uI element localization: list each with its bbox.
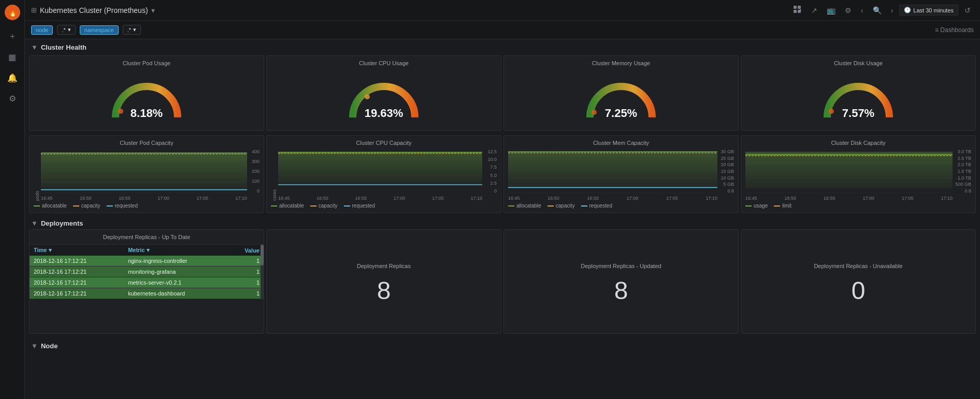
dashboard-title: ⊞ Kubernetes Cluster (Prometheus) ▾ (31, 6, 155, 14)
cell-metric: kubernetes-dashboard (124, 288, 228, 299)
add-panel-button[interactable]: + (790, 4, 805, 17)
filter-bar: node .* ▾ namespace .* ▾ ≡ Dashboards (25, 21, 980, 39)
settings-button[interactable]: ⚙ (842, 4, 855, 17)
cell-metric: nginx-ingress-controller (124, 256, 228, 267)
topbar-actions: + ↗ 📺 ⚙ ‹ 🔍 › 🕐 Last 30 minutes ↺ (790, 4, 974, 17)
mem-capacity-title: Cluster Mem Capacity (508, 140, 734, 146)
deployment-replicas-unavailable-panel: Deployment Replicas - Unavailable 0 (741, 229, 976, 334)
app-logo[interactable]: 🔥 (4, 4, 21, 21)
sidebar-item-settings[interactable]: ⚙ (3, 89, 22, 108)
svg-text:🔥: 🔥 (8, 8, 17, 17)
deployment-replicas-panel: Deployment Replicas 8 (266, 229, 501, 334)
cpu-capacity-legend: allocatable capacity requested (271, 203, 497, 209)
forward-button[interactable]: › (888, 4, 897, 17)
cell-time: 2018-12-16 17:12:21 (30, 288, 124, 299)
cell-time: 2018-12-16 17:12:21 (30, 267, 124, 277)
svg-point-10 (829, 109, 834, 114)
node-filter-tag[interactable]: node (31, 25, 53, 35)
sidebar-item-dashboards[interactable]: ▦ (3, 48, 22, 66)
mem-capacity-panel: Cluster Mem Capacity (503, 135, 739, 213)
table-scrollbar[interactable] (261, 245, 264, 299)
cluster-health-section[interactable]: ▼ Cluster Health (25, 39, 980, 53)
memory-usage-gauge: 7.25% (508, 69, 734, 126)
pod-capacity-y-label: pods (34, 149, 40, 201)
disk-capacity-title: Cluster Disk Capacity (745, 140, 971, 146)
capacity-chart-grid: Cluster Pod Capacity pods (25, 133, 980, 215)
node-filter-value[interactable]: .* ▾ (57, 25, 75, 35)
col-metric[interactable]: Metric ▾ (124, 245, 228, 256)
table-row: 2018-12-16 17:12:21 monitoring-grafana 1 (30, 267, 264, 277)
deployments-section[interactable]: ▼ Deployments (25, 215, 980, 229)
table-row: 2018-12-16 17:12:21 metrics-server-v0.2.… (30, 277, 264, 288)
deployment-replicas-title: Deployment Replicas (353, 259, 415, 273)
pod-usage-title: Cluster Pod Usage (34, 60, 260, 66)
sidebar: 🔥 ＋ ▦ 🔔 ⚙ (0, 0, 25, 399)
node-chevron: ▼ (31, 342, 38, 350)
disk-usage-value: 7.57% (842, 107, 874, 120)
back-button[interactable]: ‹ (858, 4, 867, 17)
sidebar-item-alerts[interactable]: 🔔 (3, 68, 22, 87)
namespace-filter-value[interactable]: .* ▾ (123, 25, 141, 35)
scrollbar-thumb (261, 245, 264, 265)
cpu-capacity-panel: Cluster CPU Capacity cores (266, 135, 501, 213)
title-text: Kubernetes Cluster (Prometheus) (40, 6, 148, 14)
node-value-text: .* (62, 27, 65, 33)
time-range-picker[interactable]: 🕐 Last 30 minutes (899, 5, 958, 16)
cell-time: 2018-12-16 17:12:21 (30, 256, 124, 267)
pod-capacity-y-axis: 4003002001000 (248, 149, 260, 201)
col-time[interactable]: Time ▾ (30, 245, 124, 256)
replicas-up-to-date-title: Deployment Replicas - Up To Date (30, 230, 264, 245)
cpu-capacity-y-axis: 12.510.07.55.02.50 (483, 149, 497, 201)
grid-icon: ⊞ (31, 6, 37, 14)
dashboards-button[interactable]: ≡ Dashboards (935, 26, 974, 34)
col-value[interactable]: Value (228, 245, 264, 256)
search-time-button[interactable]: 🔍 (870, 4, 885, 17)
disk-capacity-legend: usage limit (745, 203, 971, 209)
cell-value: 1 (228, 288, 264, 299)
deployments-title: Deployments (41, 219, 83, 227)
disk-capacity-panel: Cluster Disk Capacity (741, 135, 976, 213)
clock-icon: 🕐 (904, 7, 911, 13)
disk-usage-gauge: 7.57% (745, 69, 971, 126)
share-button[interactable]: ↗ (808, 4, 820, 17)
replicas-up-to-date-panel: Deployment Replicas - Up To Date Time ▾ … (29, 229, 264, 334)
cpu-capacity-y-label: cores (271, 149, 277, 201)
cpu-capacity-title: Cluster CPU Capacity (271, 140, 497, 146)
pod-capacity-legend: allocatable capacity requested (34, 203, 260, 209)
disk-capacity-y-axis: 3.0 TB2.5 TB2.0 TB1.5 TB1.0 TB500 GB0.8 (954, 149, 971, 201)
pod-usage-value: 8.18% (131, 107, 163, 120)
pod-capacity-panel: Cluster Pod Capacity pods (29, 135, 264, 213)
mem-capacity-y-axis: 30 GB25 GB20 GB15 GB10 GB5 GB0.8 (718, 149, 734, 201)
dropdown-icon[interactable]: ▾ (151, 6, 155, 14)
deployment-replicas-value: 8 (377, 276, 391, 305)
deployments-chevron: ▼ (31, 219, 38, 227)
svg-text:+: + (799, 7, 802, 13)
node-section[interactable]: ▼ Node (25, 338, 980, 352)
disk-usage-panel: Cluster Disk Usage (741, 55, 976, 131)
memory-usage-value: 7.25% (605, 107, 637, 120)
time-range-label: Last 30 minutes (913, 7, 954, 13)
tv-mode-button[interactable]: 📺 (824, 4, 839, 17)
deployment-replicas-updated-value: 8 (614, 276, 628, 305)
cell-metric: metrics-server-v0.2.1 (124, 277, 228, 288)
svg-point-8 (365, 94, 370, 99)
svg-rect-4 (794, 10, 797, 13)
content-area: node .* ▾ namespace .* ▾ ≡ Dashboards ▼ … (25, 21, 980, 399)
namespace-filter-tag[interactable]: namespace (80, 25, 119, 35)
cell-metric: monitoring-grafana (124, 267, 228, 277)
pod-capacity-x-axis: 16:4516:5016:5517:0017:0517:10 (41, 196, 247, 201)
sidebar-item-add[interactable]: ＋ (3, 27, 22, 46)
node-dropdown-icon: ▾ (68, 26, 71, 33)
table-row: 2018-12-16 17:12:21 kubernetes-dashboard… (30, 288, 264, 299)
mem-capacity-x-axis: 16:4516:5016:5517:0017:0517:10 (508, 196, 717, 201)
cell-time: 2018-12-16 17:12:21 (30, 277, 124, 288)
topbar: ⊞ Kubernetes Cluster (Prometheus) ▾ + ↗ … (25, 0, 980, 21)
svg-point-9 (592, 110, 597, 115)
section-chevron: ▼ (31, 43, 38, 51)
disk-usage-title: Cluster Disk Usage (745, 60, 971, 66)
table-row: 2018-12-16 17:12:21 nginx-ingress-contro… (30, 256, 264, 267)
deployments-grid: Deployment Replicas - Up To Date Time ▾ … (25, 229, 980, 338)
svg-point-7 (118, 109, 123, 114)
replicas-table: Time ▾ Metric ▾ Value 2018-12-16 17:12:2… (30, 245, 264, 299)
refresh-button[interactable]: ↺ (961, 4, 974, 17)
